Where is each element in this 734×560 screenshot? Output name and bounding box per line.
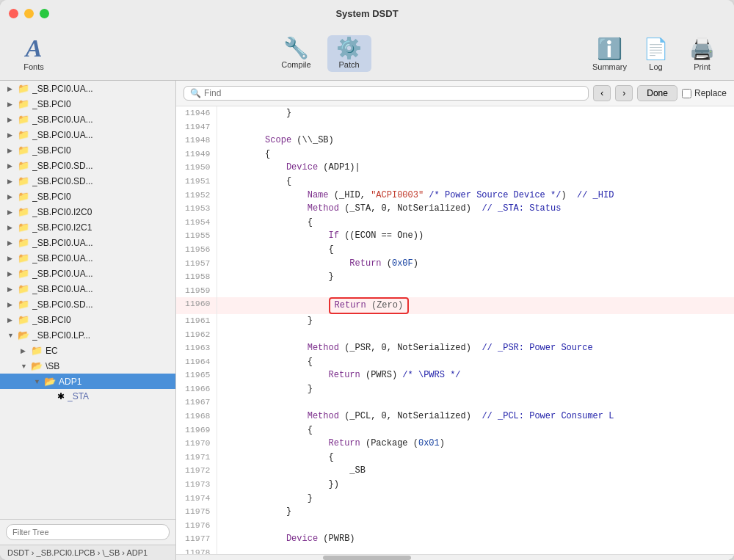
- folder-icon: 📁: [18, 222, 29, 233]
- line-number: 11957: [176, 257, 217, 271]
- compile-icon: 🔧: [283, 38, 309, 59]
- line-number: 11973: [176, 478, 217, 492]
- replace-checkbox[interactable]: [682, 89, 691, 98]
- line-number: 11961: [176, 314, 217, 328]
- table-row: 11948 Scope (\\_SB): [176, 134, 734, 148]
- list-item[interactable]: ▶ 📁 _SB.PCI0: [0, 189, 175, 204]
- table-row: 11971 {: [176, 451, 734, 465]
- tree-arrow: ▶: [7, 239, 18, 247]
- line-number: 11977: [176, 532, 217, 546]
- folder-icon: 📁: [18, 98, 29, 109]
- sidebar-item-sta[interactable]: ✱ _STA: [0, 389, 175, 404]
- list-item[interactable]: ▶ 📁 _SB.PCI0.SD...: [0, 158, 175, 173]
- tree-arrow: ▼: [7, 332, 18, 339]
- compile-button[interactable]: 🔧 Compile: [275, 35, 319, 72]
- list-item[interactable]: ▼ 📂 _SB.PCI0.LP...: [0, 327, 175, 343]
- table-row: 11949 {: [176, 148, 734, 161]
- sidebar-item-adp1[interactable]: ▼ 📂 ADP1: [0, 374, 175, 389]
- list-item[interactable]: ▶ 📁 EC: [0, 343, 175, 358]
- table-row: 11959: [176, 284, 734, 298]
- list-item[interactable]: ▶ 📁 _SB.PCI0.UA...: [0, 281, 175, 297]
- minimize-button[interactable]: [24, 9, 34, 18]
- folder-icon: 📂: [31, 360, 43, 371]
- item-label: _SB.PCI0.UA...: [32, 253, 93, 263]
- line-number: 11974: [176, 492, 217, 506]
- list-item[interactable]: ▶ 📁 _SB.PCI0.I2C1: [0, 219, 175, 235]
- scrollbar-thumb[interactable]: [323, 556, 411, 560]
- prev-button[interactable]: ‹: [593, 85, 611, 101]
- line-number: 11969: [176, 423, 217, 437]
- list-item[interactable]: ▶ 📁 _SB.PCI0.UA...: [0, 250, 175, 266]
- table-row: 11963 Method (_PSR, 0, NotSerialized) //…: [176, 341, 734, 355]
- line-code: {: [217, 451, 734, 465]
- list-item[interactable]: ▶ 📁 _SB.PCI0.UA...: [0, 127, 175, 142]
- replace-wrap: Replace: [682, 88, 727, 98]
- patch-button[interactable]: ⚙️ Patch: [327, 35, 371, 72]
- line-code: Return (Zero): [217, 297, 734, 314]
- item-label: ADP1: [59, 377, 81, 387]
- item-label: _SB.PCI0.I2C1: [32, 222, 92, 233]
- list-item[interactable]: ▶ 📁 _SB.PCI0.I2C0: [0, 204, 175, 219]
- list-item[interactable]: ▶ 📁 _SB.PCI0.SD...: [0, 297, 175, 312]
- list-item[interactable]: ▶ 📁 _SB.PCI0.SD...: [0, 173, 175, 189]
- table-row: 11975 }: [176, 505, 734, 519]
- list-item[interactable]: ▶ 📁 _SB.PCI0: [0, 96, 175, 112]
- item-label: _SB.PCI0.UA...: [32, 84, 93, 94]
- horizontal-scrollbar[interactable]: [176, 554, 734, 560]
- folder-icon: 📁: [18, 114, 29, 125]
- table-row: 11973 }): [176, 478, 734, 492]
- item-label: _SB.PCI0.SD...: [32, 161, 93, 171]
- line-code: {: [217, 216, 734, 230]
- tree-arrow: ▶: [7, 116, 18, 123]
- fonts-label: Fonts: [23, 62, 44, 71]
- line-number: 11971: [176, 451, 217, 465]
- fonts-button[interactable]: A Fonts: [12, 36, 56, 71]
- line-code: }): [217, 478, 734, 492]
- list-item[interactable]: ▶ 📁 _SB.PCI0.UA...: [0, 81, 175, 96]
- window-controls: [9, 9, 49, 18]
- search-icon: 🔍: [190, 88, 201, 98]
- line-number: 11978: [176, 546, 217, 554]
- item-label: _SB.PCI0.UA...: [32, 269, 93, 279]
- line-number: 11951: [176, 175, 217, 189]
- table-row: 11947: [176, 120, 734, 134]
- list-item[interactable]: ▶ 📁 _SB.PCI0: [0, 142, 175, 158]
- print-icon: 🖨️: [689, 37, 715, 61]
- tree-arrow: ▶: [21, 347, 31, 354]
- maximize-button[interactable]: [40, 9, 49, 18]
- item-label: EC: [46, 346, 58, 356]
- line-code: }: [217, 492, 734, 506]
- list-item[interactable]: ▶ 📁 _SB.PCI0.UA...: [0, 266, 175, 281]
- table-row: 11951 {: [176, 175, 734, 189]
- sidebar-tree[interactable]: ▶ 📁 _SB.PCI0.UA... ▶ 📁 _SB.PCI0 ▶ 📁 _SB.…: [0, 81, 175, 519]
- code-area[interactable]: 11946 } 11947 11948 Scope (\\_SB): [176, 106, 734, 554]
- line-number: 11967: [176, 396, 217, 410]
- log-button[interactable]: 📄 Log: [636, 37, 676, 71]
- item-label: _SB.PCI0: [32, 99, 71, 109]
- done-button[interactable]: Done: [637, 85, 677, 101]
- sidebar: ▶ 📁 _SB.PCI0.UA... ▶ 📁 _SB.PCI0 ▶ 📁 _SB.…: [0, 81, 176, 560]
- tree-arrow: ▶: [7, 208, 18, 216]
- close-button[interactable]: [9, 9, 18, 18]
- line-code: Return (0x0F): [217, 257, 734, 271]
- tree-arrow: ▶: [7, 131, 18, 139]
- print-button[interactable]: 🖨️ Print: [682, 37, 722, 71]
- line-code: [217, 120, 734, 134]
- item-label: \SB: [46, 361, 59, 371]
- line-number: 11956: [176, 243, 217, 257]
- next-button[interactable]: ›: [615, 85, 633, 101]
- find-input[interactable]: [204, 88, 582, 98]
- line-code: }: [217, 106, 734, 120]
- summary-button[interactable]: ℹ️ Summary: [589, 37, 630, 71]
- list-item[interactable]: ▶ 📁 _SB.PCI0.UA...: [0, 112, 175, 127]
- line-code: }: [217, 270, 734, 284]
- list-item[interactable]: ▼ 📂 \SB: [0, 358, 175, 374]
- list-item[interactable]: ▶ 📁 _SB.PCI0: [0, 312, 175, 327]
- item-label: _SB.PCI0.UA...: [32, 238, 93, 248]
- list-item[interactable]: ▶ 📁 _SB.PCI0.UA...: [0, 235, 175, 250]
- find-bar: 🔍 ‹ › Done Replace: [176, 81, 734, 106]
- tree-arrow: ▶: [7, 147, 18, 154]
- folder-icon: 📁: [18, 129, 29, 140]
- filter-input[interactable]: [6, 524, 170, 540]
- sta-icon: ✱: [57, 391, 65, 401]
